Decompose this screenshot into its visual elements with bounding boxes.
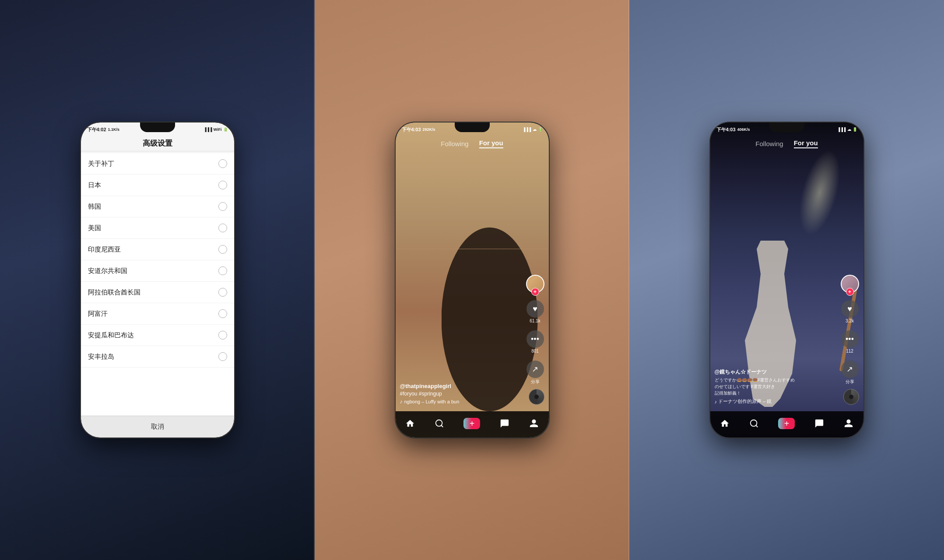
share-icon-mid[interactable]: ↗ xyxy=(526,360,544,378)
inbox-nav-right[interactable] xyxy=(814,419,824,428)
settings-item-5[interactable]: 安道尔共和国 xyxy=(81,260,234,282)
inbox-nav-mid[interactable] xyxy=(500,419,509,428)
settings-radio-7[interactable] xyxy=(218,309,227,318)
follow-plus-right[interactable]: + xyxy=(846,288,854,296)
comment-icon-right[interactable]: ••• xyxy=(841,330,859,348)
nav-following-mid[interactable]: Following xyxy=(441,140,468,147)
music-disc-mid xyxy=(529,389,544,405)
settings-radio-9[interactable] xyxy=(218,352,227,361)
settings-item-9[interactable]: 安丰拉岛 xyxy=(81,346,234,368)
tiktok-bottom-nav-mid: + xyxy=(396,411,549,438)
settings-item-7[interactable]: 阿富汗 xyxy=(81,303,234,325)
settings-item-3[interactable]: 美国 xyxy=(81,217,234,239)
jp-desc3: 記得加鮮義！ xyxy=(715,391,741,396)
creator-avatar-right[interactable]: + xyxy=(841,275,859,293)
add-nav-right[interactable]: + xyxy=(778,418,795,429)
settings-radio-6[interactable] xyxy=(218,288,227,297)
tiktok-caption-mid: @thatpineapplegirl #foryou #springup ♪ n… xyxy=(400,383,520,405)
settings-radio-3[interactable] xyxy=(218,224,227,232)
music-disc-inner-right xyxy=(849,395,853,399)
floor-line xyxy=(396,248,549,249)
settings-item-label-0: 关于补丁 xyxy=(88,160,114,168)
share-group-mid[interactable]: ↗ 分享 xyxy=(526,360,544,385)
profile-nav-right[interactable] xyxy=(844,419,853,428)
svg-point-0 xyxy=(435,420,442,427)
settings-item-1[interactable]: 日本 xyxy=(81,175,234,196)
status-time-left: 下午4:02 xyxy=(87,126,106,133)
settings-item-label-8: 安提瓜和巴布达 xyxy=(88,331,134,340)
nav-foryou-right[interactable]: For you xyxy=(794,139,818,148)
creator-avatar-mid[interactable]: + xyxy=(526,275,544,293)
wifi-icon: WiFi xyxy=(214,127,222,132)
share-label-mid: 分享 xyxy=(531,379,540,385)
settings-item-label-4: 印度尼西亚 xyxy=(88,245,121,254)
settings-cancel-bar[interactable]: 取消 xyxy=(81,416,234,438)
caption-username-mid: @thatpineapplegirl xyxy=(400,383,520,389)
likes-group-right[interactable]: ♥ 3.2k xyxy=(841,300,859,323)
comments-group-right[interactable]: ••• 112 xyxy=(841,330,859,354)
add-nav-mid[interactable]: + xyxy=(463,418,480,429)
settings-title: 高级设置 xyxy=(87,138,228,148)
jp-username-right: @鏡ちゃん☆ドーナツ xyxy=(715,368,835,376)
phone-mid-screen: 下午4:03 292K/s ▐▐▐ ☁ 🔋 Following For you xyxy=(396,122,549,438)
music-disc-right xyxy=(843,389,859,405)
comment-icon-mid[interactable]: ••• xyxy=(526,330,544,348)
comments-count-mid: 801 xyxy=(531,349,539,354)
follow-plus-mid[interactable]: + xyxy=(531,288,539,296)
like-icon-right[interactable]: ♥ xyxy=(841,300,859,318)
settings-item-label-2: 韩国 xyxy=(88,203,101,211)
share-group-right[interactable]: ↗ 分享 xyxy=(841,360,859,385)
phone-left-screen: 下午4:02 1.1K/s ▐▐▐ WiFi 🔋 高级设置 关于补丁 xyxy=(81,122,234,438)
settings-topbar: 高级设置 xyxy=(81,135,234,151)
settings-radio-1[interactable] xyxy=(218,181,227,189)
settings-radio-8[interactable] xyxy=(218,331,227,340)
comments-group-mid[interactable]: ••• 801 xyxy=(526,330,544,354)
jp-desc-right: どうですか🍩🍩🍩🍩#運営さんおすすめ のせてほしいです #運営大好き 記得加鮮義… xyxy=(715,377,835,396)
home-nav-mid[interactable] xyxy=(405,419,415,428)
phone-notch-right xyxy=(769,122,804,132)
tiktok-top-nav-mid: Following For you xyxy=(396,135,549,152)
like-icon-mid[interactable]: ♥ xyxy=(526,300,544,318)
settings-radio-2[interactable] xyxy=(218,202,227,211)
tiktok-sidebar-mid: + ♥ 61.1k ••• 801 ↗ 分享 xyxy=(526,275,544,385)
settings-item-8[interactable]: 安提瓜和巴布达 xyxy=(81,325,234,346)
settings-radio-5[interactable] xyxy=(218,266,227,275)
settings-item-label-7: 阿富汗 xyxy=(88,310,108,318)
comments-count-right: 112 xyxy=(846,349,853,354)
status-speed-mid: 292K/s xyxy=(423,127,435,132)
status-speed-right: 406K/s xyxy=(737,127,750,132)
settings-cancel-label: 取消 xyxy=(151,423,164,431)
add-button-right[interactable]: + xyxy=(778,418,795,429)
likes-count-mid: 61.1k xyxy=(530,318,540,323)
wifi-icon-right: ☁ xyxy=(847,127,851,132)
discover-nav-right[interactable] xyxy=(749,419,759,428)
share-icon-right[interactable]: ↗ xyxy=(841,360,859,378)
likes-group-mid[interactable]: ♥ 61.1k xyxy=(526,300,544,323)
status-time-mid: 下午4:03 xyxy=(402,126,421,133)
settings-radio-4[interactable] xyxy=(218,245,227,254)
music-note-icon-right: ♪ xyxy=(715,399,717,404)
svg-point-1 xyxy=(750,420,757,427)
panel-left: 下午4:02 1.1K/s ▐▐▐ WiFi 🔋 高级设置 关于补丁 xyxy=(0,0,315,560)
settings-item-4[interactable]: 印度尼西亚 xyxy=(81,239,234,260)
likes-count-right: 3.2k xyxy=(846,318,854,323)
settings-item-2[interactable]: 韩国 xyxy=(81,196,234,217)
status-time-right: 下午4:03 xyxy=(716,126,736,133)
settings-item-0[interactable]: 关于补丁 xyxy=(81,153,234,175)
settings-radio-0[interactable] xyxy=(218,159,227,168)
settings-item-6[interactable]: 阿拉伯联合酋长国 xyxy=(81,282,234,303)
battery-icon: 🔋 xyxy=(223,127,228,132)
add-button-mid[interactable]: + xyxy=(463,418,480,429)
settings-item-label-3: 美国 xyxy=(88,224,101,232)
profile-nav-mid[interactable] xyxy=(529,419,539,428)
phone-right-screen: 下午4:03 406K/s ▐▐▐ ☁ 🔋 Following For you xyxy=(710,122,863,438)
phone-mid: 下午4:03 292K/s ▐▐▐ ☁ 🔋 Following For you xyxy=(396,122,549,438)
settings-list[interactable]: 关于补丁 日本 韩国 美国 印度尼西亚 xyxy=(81,153,234,416)
home-nav-right[interactable] xyxy=(720,419,730,428)
nav-following-right[interactable]: Following xyxy=(755,140,783,147)
panel-right: 下午4:03 406K/s ▐▐▐ ☁ 🔋 Following For you xyxy=(629,0,944,560)
jp-desc2: のせてほしいです #運営大好き xyxy=(715,384,775,389)
discover-nav-mid[interactable] xyxy=(435,419,444,428)
nav-foryou-mid[interactable]: For you xyxy=(479,139,503,148)
phone-notch-left xyxy=(140,122,175,132)
